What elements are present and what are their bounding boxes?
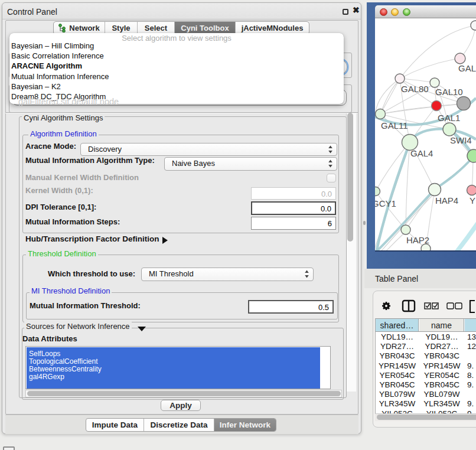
- svg-text:GCY1: GCY1: [375, 198, 396, 208]
- svg-text:GAL80: GAL80: [401, 84, 429, 94]
- svg-text:SWI4: SWI4: [450, 135, 472, 145]
- svg-text:HAP2: HAP2: [406, 235, 429, 245]
- svg-text:HAP4: HAP4: [435, 195, 458, 206]
- svg-text:GAL1: GAL1: [438, 113, 460, 123]
- svg-text:Y: Y: [470, 195, 475, 206]
- svg-text:GAL7: GAL7: [458, 63, 476, 73]
- svg-text:GAL4: GAL4: [410, 148, 433, 158]
- svg-text:GAL11: GAL11: [381, 120, 408, 131]
- svg-text:GAL10: GAL10: [435, 87, 463, 97]
